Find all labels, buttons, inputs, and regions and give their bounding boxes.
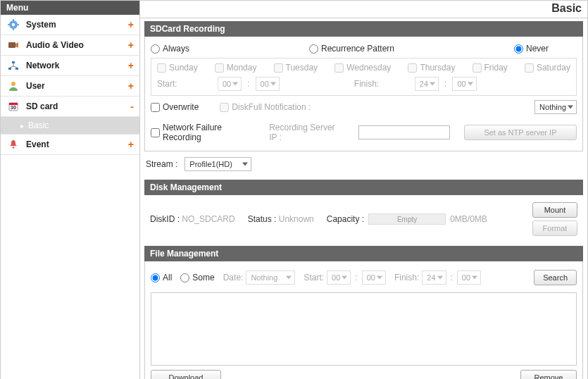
- panel-file-management: File Management All Some Date: Nothing S…: [144, 246, 583, 379]
- expand-icon: +: [128, 139, 134, 150]
- sidebar-item-label: User: [26, 81, 45, 91]
- page-title: Basic: [140, 1, 587, 18]
- check-diskfull[interactable]: DiskFull Notification :: [220, 102, 311, 112]
- radio-recurrence[interactable]: Recurrence Pattern: [309, 44, 394, 54]
- download-button[interactable]: Download: [151, 370, 221, 379]
- expand-icon: +: [128, 19, 134, 30]
- date-label: Date:: [223, 273, 244, 282]
- status-label: Status :: [248, 214, 277, 224]
- collapse-icon: -: [130, 101, 134, 112]
- file-finish-m-select[interactable]: 00: [457, 271, 481, 285]
- capacity-bar: Empty: [368, 213, 446, 225]
- remove-button[interactable]: Remove: [520, 370, 577, 379]
- submenu-label: Basic: [28, 120, 49, 130]
- start-hour-select[interactable]: 00: [218, 77, 242, 91]
- check-thursday[interactable]: Thursday: [408, 63, 455, 73]
- svg-point-18: [13, 147, 15, 149]
- network-icon: [6, 60, 20, 71]
- check-overwrite[interactable]: Overwrite: [151, 102, 199, 112]
- finish-label: Finish:: [354, 79, 411, 89]
- finish-min-select[interactable]: 00: [452, 77, 476, 91]
- stream-select[interactable]: Profile1(HD): [184, 157, 251, 171]
- sidebar-item-label: System: [26, 20, 56, 30]
- svg-marker-7: [15, 42, 18, 48]
- sidebar-item-network[interactable]: Network +: [1, 56, 139, 76]
- format-button[interactable]: Format: [532, 220, 577, 236]
- diskid-value: NO_SDCARD: [182, 214, 234, 224]
- sidebar-item-label: SD card: [26, 101, 58, 111]
- server-ip-label: Recording Server IP :: [269, 123, 344, 142]
- svg-rect-10: [15, 68, 18, 70]
- sidebar-item-label: Event: [26, 139, 49, 149]
- sidebar-sub-basic[interactable]: ▸Basic: [1, 117, 139, 135]
- sidebar: Menu System + Audio & Video + Network +: [1, 1, 140, 379]
- sidebar-item-sdcard[interactable]: 30 SD card -: [1, 97, 139, 117]
- file-start-label: Start:: [304, 273, 324, 282]
- radio-label: Never: [526, 44, 549, 54]
- panel-header: SDCard Recording: [144, 21, 583, 37]
- overwrite-label: Overwrite: [163, 102, 199, 112]
- capacity-label: Capacity :: [327, 214, 364, 224]
- sidebar-item-label: Network: [26, 61, 59, 70]
- ntp-button[interactable]: Set as NTP server IP: [464, 125, 577, 140]
- svg-line-13: [13, 66, 17, 68]
- panel-header: File Management: [144, 246, 583, 261]
- camera-icon: [6, 39, 20, 51]
- check-monday[interactable]: Monday: [215, 63, 257, 73]
- panel-sdcard-recording: SDCard Recording Always Recurrence Patte…: [144, 21, 583, 151]
- nf-label: Network Failure Recording: [163, 123, 255, 142]
- start-min-select[interactable]: 00: [256, 77, 280, 91]
- expand-icon: +: [128, 80, 134, 92]
- radio-never[interactable]: Never: [514, 44, 549, 54]
- expand-icon: +: [128, 60, 134, 71]
- stream-label: Stream :: [146, 159, 177, 169]
- radio-some[interactable]: Some: [180, 273, 214, 282]
- check-friday[interactable]: Friday: [473, 63, 508, 73]
- check-saturday[interactable]: Saturday: [525, 63, 570, 73]
- status-value: Unknown: [279, 214, 314, 224]
- date-select[interactable]: Nothing: [246, 271, 295, 285]
- mount-button[interactable]: Mount: [532, 202, 577, 218]
- sidebar-item-system[interactable]: System +: [1, 15, 139, 35]
- sidebar-item-audio-video[interactable]: Audio & Video +: [1, 35, 139, 56]
- check-wednesday[interactable]: Wednesday: [334, 63, 391, 73]
- file-finish-h-select[interactable]: 24: [422, 271, 446, 285]
- check-network-failure[interactable]: Network Failure Recording: [151, 123, 255, 142]
- calendar-icon: 30: [6, 101, 20, 112]
- file-finish-label: Finish:: [394, 273, 419, 282]
- expand-icon: +: [128, 39, 134, 51]
- sidebar-item-user[interactable]: User +: [1, 76, 139, 97]
- radio-label: Recurrence Pattern: [321, 44, 394, 54]
- svg-rect-9: [8, 68, 11, 70]
- radio-label: Always: [163, 44, 189, 54]
- sidebar-item-event[interactable]: Event +: [1, 135, 139, 155]
- svg-text:30: 30: [11, 105, 16, 110]
- svg-rect-8: [12, 61, 15, 63]
- search-button[interactable]: Search: [534, 270, 577, 285]
- svg-rect-6: [8, 42, 15, 48]
- sidebar-item-label: Audio & Video: [26, 40, 84, 50]
- main-content: Basic SDCard Recording Always Recurrence…: [140, 1, 587, 379]
- radio-all[interactable]: All: [151, 273, 172, 282]
- panel-header: Disk Management: [144, 180, 583, 195]
- start-label: Start:: [157, 79, 213, 89]
- finish-hour-select[interactable]: 24: [415, 77, 439, 91]
- check-tuesday[interactable]: Tuesday: [274, 63, 318, 73]
- file-list[interactable]: [151, 292, 577, 366]
- svg-point-1: [12, 23, 15, 26]
- capacity-value: 0MB/0MB: [450, 214, 487, 224]
- diskfull-label: DiskFull Notification :: [232, 102, 311, 112]
- svg-point-14: [11, 82, 15, 86]
- file-start-m-select[interactable]: 00: [362, 271, 386, 285]
- days-group: Sunday Monday Tuesday Wednesday Thursday…: [151, 58, 577, 96]
- radio-always[interactable]: Always: [151, 44, 189, 54]
- diskfull-action-select[interactable]: Nothing: [534, 100, 577, 114]
- gear-icon: [6, 19, 20, 30]
- menu-header: Menu: [1, 1, 139, 15]
- file-start-h-select[interactable]: 00: [327, 271, 351, 285]
- check-sunday[interactable]: Sunday: [157, 63, 198, 73]
- bell-icon: [6, 139, 20, 150]
- server-ip-input[interactable]: [358, 125, 450, 139]
- diskid-label: DiskID :: [150, 214, 180, 224]
- triangle-icon: ▸: [20, 122, 24, 130]
